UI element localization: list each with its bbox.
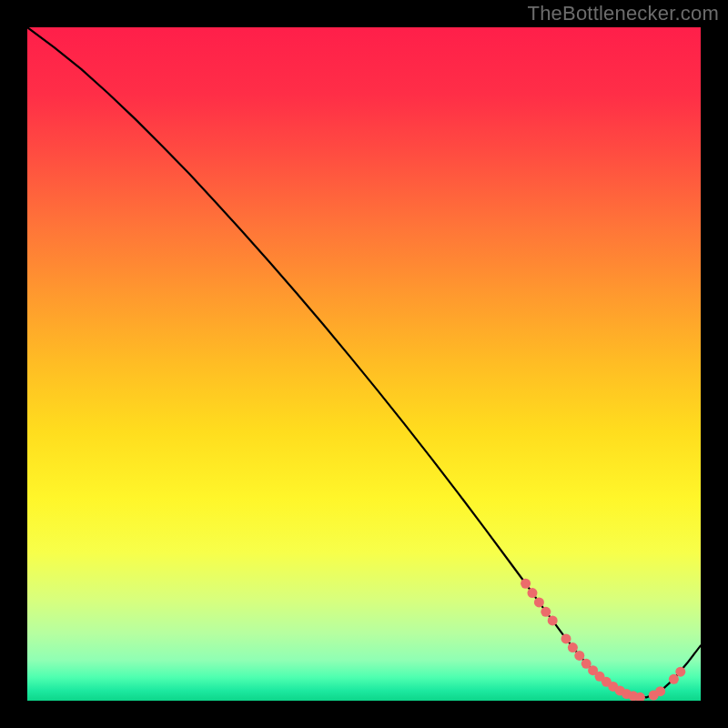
marker-dot	[541, 607, 551, 617]
marker-dot	[655, 686, 665, 696]
marker-dot	[521, 579, 531, 589]
marker-dot	[568, 642, 578, 652]
marker-dot	[561, 633, 571, 643]
attribution-text: TheBottlenecker.com	[528, 2, 719, 25]
marker-dot	[534, 597, 544, 607]
chart-background	[27, 27, 701, 701]
marker-dot	[574, 651, 584, 661]
chart-plot	[27, 27, 701, 701]
marker-dot	[669, 674, 679, 684]
marker-dot	[528, 588, 538, 598]
chart-svg	[27, 27, 701, 701]
chart-frame: TheBottlenecker.com	[0, 0, 728, 728]
marker-dot	[675, 667, 685, 677]
marker-dot	[548, 615, 558, 625]
